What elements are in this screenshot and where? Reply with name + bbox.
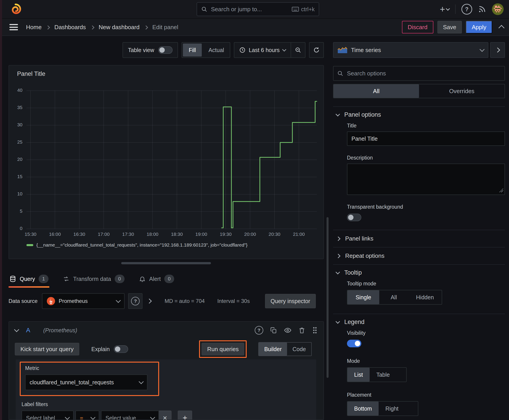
options-search[interactable]: [333, 66, 505, 81]
global-search[interactable]: ctrl+k: [197, 2, 319, 16]
delete-query-trash-icon[interactable]: [298, 327, 305, 334]
menu-toggle-icon[interactable]: [9, 24, 18, 30]
chevron-down-icon: [116, 298, 121, 303]
visualization-picker[interactable]: Time series: [333, 42, 488, 58]
code-option[interactable]: Code: [287, 343, 311, 356]
collapse-sidebar-button[interactable]: [490, 42, 505, 58]
transform-icon: [63, 276, 69, 282]
news-rss-icon[interactable]: [478, 5, 486, 13]
builder-option[interactable]: Builder: [259, 343, 287, 356]
query-ref-id: A: [26, 327, 30, 334]
metric-select[interactable]: cloudflared_tunnel_total_requests: [25, 375, 147, 390]
tab-overrides[interactable]: Overrides: [419, 84, 504, 98]
chart-canvas[interactable]: [9, 66, 324, 260]
collapse-query-icon[interactable]: [14, 327, 19, 332]
refresh-button[interactable]: [310, 43, 323, 57]
query-options-expand-icon[interactable]: [147, 299, 152, 304]
datasource-name: Prometheus: [59, 298, 88, 304]
run-queries-button[interactable]: Run queries: [202, 343, 244, 355]
mode-table-option[interactable]: Table: [370, 368, 396, 382]
user-avatar[interactable]: [492, 3, 504, 15]
duplicate-query-icon[interactable]: [270, 327, 277, 334]
table-view-label: Table view: [128, 47, 154, 53]
tab-transform[interactable]: Transform data 0: [62, 270, 125, 287]
add-filter-button[interactable]: +: [178, 411, 192, 420]
x-tick-label: 15:30: [18, 232, 43, 237]
panel-options-section[interactable]: Panel options: [333, 107, 505, 123]
tab-alert[interactable]: Alert 0: [138, 270, 175, 287]
bell-icon: [139, 276, 146, 282]
legend-visibility-toggle[interactable]: [347, 340, 361, 347]
query-editor-card: A (Prometheus) ? Kick start your query: [8, 321, 324, 420]
panel-toolbar: Table view Fill Actual Last 6 hours: [8, 42, 324, 58]
transparent-background-toggle[interactable]: [347, 214, 361, 221]
grafana-logo-icon[interactable]: [9, 3, 22, 16]
time-range-picker[interactable]: Last 6 hours: [234, 47, 291, 53]
x-tick-label: 19:30: [214, 232, 238, 237]
query-row-header[interactable]: A (Prometheus) ?: [9, 322, 323, 339]
datasource-help-button[interactable]: ?: [128, 293, 143, 309]
query-help-icon[interactable]: ?: [255, 326, 263, 335]
chevron-right-icon: [144, 25, 148, 29]
collapse-options-icon[interactable]: [498, 25, 504, 31]
actual-option[interactable]: Actual: [203, 43, 230, 57]
x-tick-label: 17:30: [116, 232, 140, 237]
x-tick-label: 20:00: [238, 232, 262, 237]
breadcrumb-home[interactable]: Home: [26, 24, 42, 31]
query-inspector-button[interactable]: Query inspector: [265, 294, 316, 308]
plus-icon: +: [182, 413, 187, 420]
pane-resize-handle[interactable]: [121, 262, 211, 264]
select-label-dropdown[interactable]: Select label: [22, 411, 74, 420]
table-view-toggle[interactable]: [158, 46, 173, 54]
scrollbar[interactable]: [327, 217, 328, 378]
legend-section[interactable]: Legend: [333, 314, 505, 330]
fill-option[interactable]: Fill: [183, 44, 202, 57]
repeat-options-section[interactable]: Repeat options: [333, 248, 505, 264]
legend-series-label[interactable]: {__name__="cloudflared_tunnel_total_requ…: [36, 242, 248, 248]
explain-toggle[interactable]: [114, 345, 128, 353]
save-button[interactable]: Save: [437, 21, 462, 33]
y-tick-label: 5: [9, 209, 23, 214]
query-count-badge: 1: [38, 275, 48, 283]
y-tick-label: 15: [9, 174, 23, 179]
tab-query[interactable]: Query 1: [8, 270, 49, 287]
visibility-label: Visibility: [347, 330, 505, 336]
panel-preview: Panel Title 0510152025303540 15:3016:001…: [8, 65, 324, 259]
global-search-input[interactable]: [211, 6, 289, 13]
operator-dropdown[interactable]: =: [76, 411, 99, 420]
breadcrumb-bar: Home Dashboards New dashboard Edit panel…: [0, 19, 509, 36]
select-value-dropdown[interactable]: Select value: [101, 411, 159, 420]
placement-right-option[interactable]: Right: [379, 402, 405, 415]
zoom-out-button[interactable]: [291, 43, 305, 57]
legend[interactable]: {__name__="cloudflared_tunnel_total_requ…: [26, 242, 248, 248]
y-tick-label: 25: [9, 139, 23, 145]
drag-handle-icon[interactable]: [312, 326, 318, 334]
window-edge: [0, 0, 2, 420]
refresh-control: [309, 42, 324, 58]
panel-links-section[interactable]: Panel links: [333, 230, 505, 247]
apply-button[interactable]: Apply: [466, 21, 492, 33]
tab-all[interactable]: All: [334, 84, 419, 98]
description-textarea[interactable]: [347, 164, 505, 195]
breadcrumb-new-dashboard[interactable]: New dashboard: [99, 24, 140, 31]
tooltip-section[interactable]: Tooltip: [333, 265, 505, 281]
tooltip-hidden-option[interactable]: Hidden: [408, 290, 442, 304]
mode-list-option[interactable]: List: [347, 368, 370, 382]
add-menu-button[interactable]: +: [440, 4, 449, 14]
breadcrumb: Home Dashboards New dashboard Edit panel: [26, 24, 178, 31]
tooltip-all-option[interactable]: All: [379, 290, 408, 304]
datasource-label: Data source: [8, 298, 38, 304]
options-search-input[interactable]: [347, 70, 501, 77]
datasource-select[interactable]: Prometheus: [42, 293, 125, 309]
remove-filter-button[interactable]: ✕: [159, 411, 171, 420]
breadcrumb-dashboards[interactable]: Dashboards: [54, 24, 86, 31]
visualization-name: Time series: [351, 47, 381, 54]
placement-bottom-option[interactable]: Bottom: [347, 402, 379, 415]
visualization-row: Time series: [333, 42, 505, 58]
kick-start-button[interactable]: Kick start your query: [15, 343, 79, 355]
panel-title-input[interactable]: [347, 131, 505, 146]
hide-response-eye-icon[interactable]: [284, 326, 291, 334]
tooltip-single-option[interactable]: Single: [347, 290, 379, 304]
discard-button[interactable]: Discard: [402, 21, 433, 33]
help-button[interactable]: ?: [461, 4, 472, 15]
